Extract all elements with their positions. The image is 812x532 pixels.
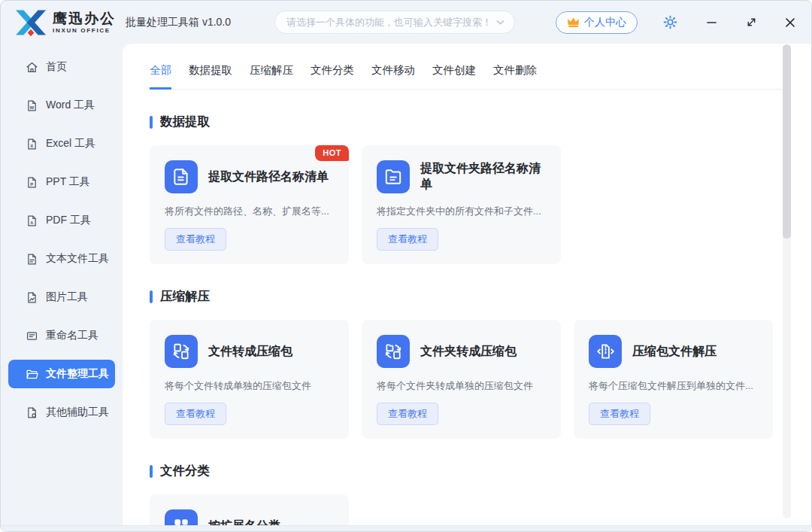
sidebar-item-home[interactable]: 首页 [8,53,115,81]
image-doc-icon [25,290,38,304]
minimize-button[interactable] [706,17,717,28]
card-description: 将每个文件转成单独的压缩包文件 [165,379,334,393]
sidebar-item-label: 重命名工具 [46,329,98,342]
sidebar-item-label: PDF 工具 [46,214,91,227]
view-tutorial-button[interactable]: 查看教程 [165,403,226,425]
view-tutorial-button[interactable]: 查看教程 [377,403,438,425]
section-title: 文件分类 [160,463,210,479]
main-content: 全部 数据提取 压缩解压 文件分类 文件移动 文件创建 文件删除 数据提取 HO… [123,44,811,531]
sidebar-item-label: 图片工具 [46,290,88,304]
section-title: 数据提取 [160,114,210,130]
tab-all[interactable]: 全部 [150,63,171,90]
card-title: 文件转成压缩包 [208,344,292,360]
hot-badge: HOT [315,145,349,161]
user-center-button[interactable]: 个人中心 [556,11,638,34]
tab-file-create[interactable]: 文件创建 [432,63,476,89]
close-button[interactable] [784,17,796,29]
scrollbar-thumb[interactable] [783,44,791,239]
tab-compress[interactable]: 压缩解压 [250,63,293,89]
sidebar-item-label: 其他辅助工具 [46,406,109,419]
app-title: 批量处理工具箱 v1.0.0 [126,16,231,29]
sidebar-item-label: 文件整理工具 [46,367,109,381]
view-tutorial-button[interactable]: 查看教程 [377,228,438,251]
brand-name: 鹰迅办公 [53,11,116,26]
sidebar-item-excel-tools[interactable]: X Excel 工具 [8,129,115,158]
section-file-classify: 文件分类 [150,463,784,531]
sidebar-item-text-file-tools[interactable]: 文本文件工具 [8,245,115,273]
title-bar: 鹰迅办公 INXUN OFFICE 批量处理工具箱 v1.0.0 个人中心 [1,1,811,44]
card-description: 将每个压缩包文件解压到单独的文件... [589,379,758,393]
function-search-box[interactable] [274,11,515,34]
brand-text: 鹰迅办公 INXUN OFFICE [53,11,116,34]
file-to-zip-icon [165,335,198,368]
tab-file-classify[interactable]: 文件分类 [311,63,354,89]
window-bottom-edge [1,525,811,531]
rename-icon [25,329,38,342]
file-list-icon [165,160,198,193]
svg-text:X: X [30,143,33,147]
brand: 鹰迅办公 INXUN OFFICE [14,8,116,38]
section-title: 压缩解压 [160,288,210,305]
sidebar-item-other-assist-tools[interactable]: 其他辅助工具 [8,398,115,427]
card-title: 压缩包文件解压 [632,344,717,360]
card-unzip-files[interactable]: 压缩包文件解压 将每个压缩包文件解压到单独的文件... 查看教程 [574,320,773,439]
search-input[interactable] [285,16,496,29]
card-folder-to-zip[interactable]: 文件夹转成压缩包 将每个文件夹转成单独的压缩包文件 查看教程 [362,320,561,439]
card-title: 文件夹转成压缩包 [420,344,517,360]
section-accent-bar [150,116,153,129]
sidebar-item-image-tools[interactable]: 图片工具 [8,283,115,312]
sidebar-item-rename-tools[interactable]: 重命名工具 [8,321,115,350]
user-center-label: 个人中心 [584,16,626,29]
sidebar-item-file-organize-tools[interactable]: 文件整理工具 [8,360,115,388]
inxun-x-logo-icon [14,8,47,38]
card-extract-file-path-list[interactable]: HOT 提取文件路径名称清单 将所有文件的路径、名称、 [150,145,349,264]
card-title: 提取文件路径名称清单 [208,169,329,185]
view-tutorial-button[interactable]: 查看教程 [165,228,226,251]
ppt-doc-icon: P [25,175,38,189]
settings-gear-button[interactable] [663,15,677,29]
sidebar-item-label: 首页 [46,60,67,74]
folder-list-icon [377,160,410,193]
excel-doc-icon: X [25,137,38,150]
sidebar: 首页 W Word 工具 X Excel 工具 [1,44,123,531]
sidebar-item-pdf-tools[interactable]: A PDF 工具 [8,206,115,235]
card-grid: 文件转成压缩包 将每个文件转成单独的压缩包文件 查看教程 [150,320,784,439]
text-doc-icon [25,252,38,266]
chevron-down-icon[interactable] [496,20,504,26]
sidebar-item-ppt-tools[interactable]: P PPT 工具 [8,168,115,196]
svg-text:A: A [30,220,33,224]
section-data-extract: 数据提取 HOT 提 [150,114,784,264]
sidebar-item-label: Word 工具 [46,99,95,112]
sidebar-item-label: PPT 工具 [46,175,90,189]
section-accent-bar [150,465,153,478]
section-accent-bar [150,290,153,303]
unzip-icon [589,335,622,368]
folder-to-zip-icon [377,335,410,368]
svg-text:W: W [29,105,34,109]
card-extract-folder-path-list[interactable]: 提取文件夹路径名称清单 将指定文件夹中的所有文件和子文件... 查看教程 [362,145,561,264]
app-window: 鹰迅办公 INXUN OFFICE 批量处理工具箱 v1.0.0 个人中心 [0,0,812,532]
sidebar-item-label: 文本文件工具 [46,252,109,266]
section-header: 数据提取 [150,114,784,130]
folder-icon [25,367,38,381]
card-title: 提取文件夹路径名称清单 [420,161,546,193]
section-header: 文件分类 [150,463,784,479]
tab-data-extract[interactable]: 数据提取 [189,63,232,89]
card-file-to-zip[interactable]: 文件转成压缩包 将每个文件转成单独的压缩包文件 查看教程 [150,320,349,439]
card-description: 将指定文件夹中的所有文件和子文件... [377,205,546,218]
section-header: 压缩解压 [150,288,784,305]
tab-file-delete[interactable]: 文件删除 [493,63,537,89]
maximize-button[interactable] [746,17,757,28]
tab-file-move[interactable]: 文件移动 [371,63,415,89]
card-description: 将所有文件的路径、名称、扩展名等... [165,205,334,218]
category-tabs: 全部 数据提取 压缩解压 文件分类 文件移动 文件创建 文件删除 [150,63,784,90]
section-compress: 压缩解压 [150,288,784,439]
sidebar-item-word-tools[interactable]: W Word 工具 [8,91,115,120]
crown-icon [567,17,580,28]
view-tutorial-button[interactable]: 查看教程 [589,403,650,425]
home-icon [25,60,38,74]
assist-doc-icon [25,406,38,419]
brand-subtitle: INXUN OFFICE [53,28,116,34]
pdf-doc-icon: A [25,214,38,227]
card-grid: HOT 提取文件路径名称清单 将所有文件的路径、名称、 [150,145,784,264]
